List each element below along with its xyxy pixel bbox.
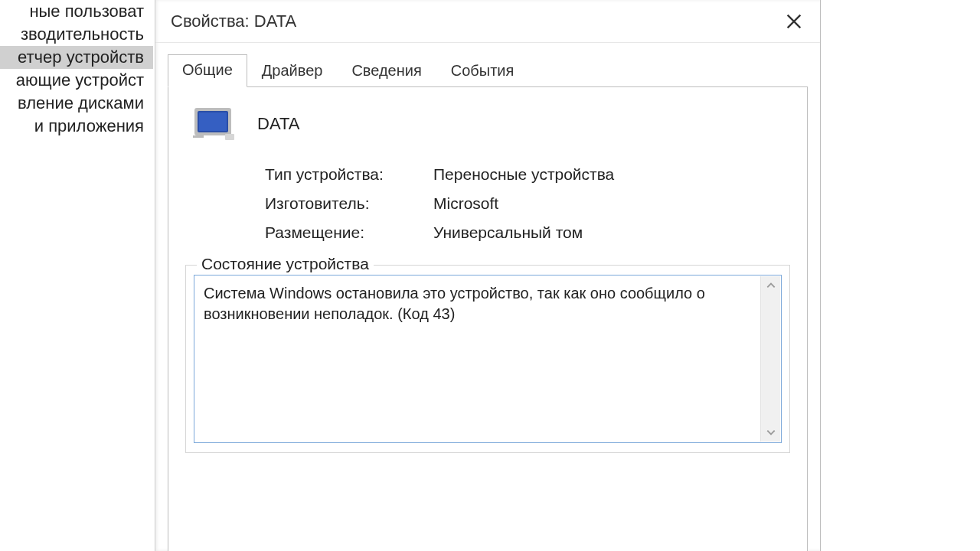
manufacturer-value: Microsoft bbox=[433, 194, 498, 213]
device-type-label: Тип устройства: bbox=[265, 165, 433, 184]
tabs: Общие Драйвер Сведения События bbox=[168, 54, 808, 87]
manufacturer-label: Изготовитель: bbox=[265, 194, 433, 213]
device-name: DATA bbox=[257, 114, 299, 134]
device-properties-dialog: Свойства: DATA Общие Драйвер Сведения Со… bbox=[155, 0, 821, 551]
tab-details[interactable]: Сведения bbox=[337, 55, 436, 87]
scroll-down-button[interactable] bbox=[761, 423, 780, 442]
scroll-up-button[interactable] bbox=[761, 276, 780, 295]
sidebar-item[interactable]: вление дисками bbox=[0, 92, 153, 115]
chevron-down-icon bbox=[766, 427, 776, 438]
svg-rect-3 bbox=[225, 134, 234, 140]
device-icon bbox=[191, 104, 237, 144]
sidebar-item[interactable]: ные пользоват bbox=[0, 0, 153, 23]
device-status-text: Система Windows остановила это устройств… bbox=[204, 285, 705, 322]
close-button[interactable] bbox=[771, 3, 817, 40]
sidebar-item[interactable]: зводительность bbox=[0, 23, 153, 46]
dialog-title: Свойства: DATA bbox=[171, 11, 296, 31]
titlebar: Свойства: DATA bbox=[155, 0, 820, 43]
sidebar-item-device-manager[interactable]: етчер устройств bbox=[0, 46, 153, 69]
background-sidebar: ные пользоват зводительность етчер устро… bbox=[0, 0, 153, 138]
chevron-up-icon bbox=[766, 280, 776, 291]
device-status-textbox[interactable]: Система Windows остановила это устройств… bbox=[194, 275, 782, 443]
device-status-legend: Состояние устройства bbox=[197, 255, 374, 273]
device-properties: Тип устройства: Переносные устройства Из… bbox=[185, 159, 790, 242]
svg-rect-4 bbox=[193, 135, 204, 138]
device-status-group: Состояние устройства Система Windows ост… bbox=[185, 265, 790, 453]
close-icon bbox=[786, 14, 802, 29]
location-value: Универсальный том bbox=[433, 223, 583, 242]
tab-panel-general: DATA Тип устройства: Переносные устройст… bbox=[168, 87, 808, 551]
svg-rect-2 bbox=[199, 112, 227, 131]
scrollbar[interactable] bbox=[760, 276, 780, 442]
sidebar-item[interactable]: и приложения bbox=[0, 115, 153, 138]
device-type-value: Переносные устройства bbox=[433, 165, 614, 184]
tab-general[interactable]: Общие bbox=[168, 54, 247, 87]
tab-events[interactable]: События bbox=[436, 55, 529, 87]
location-label: Размещение: bbox=[265, 223, 433, 242]
sidebar-item[interactable]: ающие устройст bbox=[0, 69, 153, 92]
tab-driver[interactable]: Драйвер bbox=[247, 55, 338, 87]
